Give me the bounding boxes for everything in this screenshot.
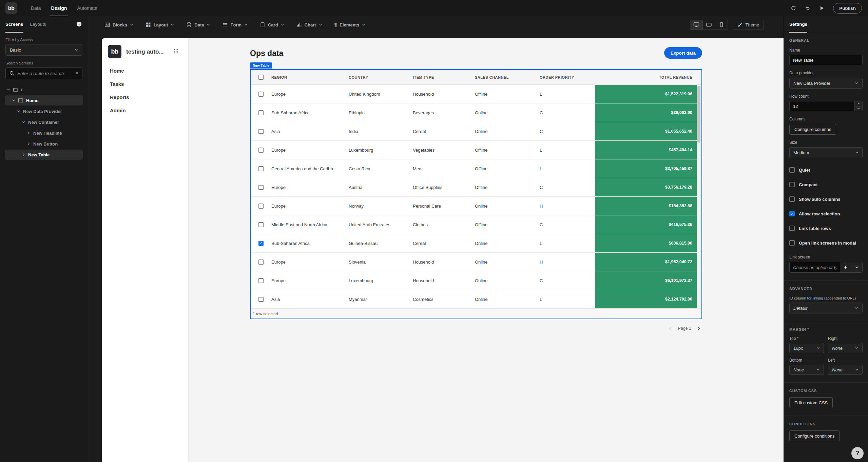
tree-item-new-data-provider[interactable]: New Data Provider <box>5 106 83 116</box>
checkbox-quiet[interactable] <box>789 167 795 173</box>
tree-item-new-container[interactable]: New Container <box>5 117 83 127</box>
row-checkbox[interactable] <box>258 278 264 283</box>
tree-item-root[interactable]: / <box>5 84 83 95</box>
toolbar-menu-card[interactable]: Card <box>260 22 284 27</box>
name-field[interactable] <box>789 55 863 65</box>
help-button[interactable]: ? <box>851 447 864 459</box>
margin-select-top[interactable]: 16px <box>789 343 824 353</box>
row-checkbox[interactable] <box>258 297 264 302</box>
toolbar-menu-form[interactable]: Form <box>222 22 248 27</box>
id-column-select[interactable]: Default <box>789 303 863 313</box>
toolbar-menu-layout[interactable]: Layout <box>146 22 174 27</box>
row-checkbox[interactable] <box>258 204 264 209</box>
app-nav-reports[interactable]: Reports <box>110 94 129 100</box>
screen-search-input[interactable] <box>17 71 73 76</box>
topbar-tab-automate[interactable]: Automate <box>72 0 102 16</box>
device-button-monitor[interactable] <box>690 20 703 30</box>
checkbox-compact[interactable] <box>789 182 795 187</box>
tree-item-new-table[interactable]: New Table <box>5 150 83 160</box>
row-checkbox[interactable] <box>258 259 264 265</box>
device-button-phone[interactable] <box>715 20 728 30</box>
tree-item-home[interactable]: Home <box>5 95 83 105</box>
undo-icon[interactable] <box>805 5 811 11</box>
tree-item-new-headline[interactable]: New Headline <box>5 128 83 138</box>
topbar-tab-data[interactable]: Data <box>26 0 46 16</box>
select-all-checkbox[interactable] <box>258 75 264 80</box>
configure-columns-button[interactable]: Configure columns <box>789 124 836 135</box>
row-count-value[interactable]: 12 <box>790 101 854 111</box>
publish-button[interactable]: Publish <box>833 3 862 14</box>
tab-settings[interactable]: Settings <box>789 16 807 32</box>
app-nav-tasks[interactable]: Tasks <box>110 81 129 87</box>
chevron-right-icon[interactable] <box>27 131 31 135</box>
chevron-down-icon[interactable] <box>12 99 15 102</box>
column-header-item-type[interactable]: ITEM TYPE <box>413 75 475 79</box>
chevron-down-icon[interactable] <box>22 120 25 124</box>
filter-by-access-label: Filter by Access <box>5 38 82 42</box>
setting-row-link-table-rows: Link table rows <box>789 226 863 231</box>
column-header-sales-channel[interactable]: SALES CHANNEL <box>475 75 540 79</box>
previous-page-icon[interactable] <box>668 326 672 330</box>
increment-icon[interactable] <box>855 101 862 106</box>
toolbar-menu-chart[interactable]: Chart <box>296 22 322 27</box>
size-select[interactable]: Medium <box>789 147 863 158</box>
checkbox-allow-row-selection[interactable]: ✓ <box>789 211 795 216</box>
export-data-button[interactable]: Export data <box>664 47 702 59</box>
access-filter-select[interactable]: Basic <box>5 44 82 56</box>
toolbar-menu-elements[interactable]: ¶Elements <box>334 22 366 27</box>
checkbox-show-auto-columns[interactable] <box>789 196 795 202</box>
next-page-icon[interactable] <box>697 326 701 330</box>
chevron-down-icon[interactable] <box>7 88 10 91</box>
data-provider-select[interactable]: New Data Provider <box>789 78 863 89</box>
theme-button[interactable]: Theme <box>733 20 764 30</box>
margin-select-right[interactable]: None <box>828 343 863 353</box>
tree-item-new-button[interactable]: New Button <box>5 139 83 149</box>
chevron-down-icon[interactable] <box>17 110 20 113</box>
chevron-right-icon[interactable] <box>27 142 31 146</box>
row-checkbox[interactable] <box>258 148 264 153</box>
clear-search-icon[interactable]: ✕ <box>75 71 79 76</box>
link-screen-input[interactable] <box>790 262 840 272</box>
column-header-region[interactable]: REGION <box>271 75 349 79</box>
apps-grid-icon[interactable] <box>173 49 179 54</box>
toolbar-menu-blocks[interactable]: Blocks <box>104 22 133 27</box>
column-header-order-priority[interactable]: ORDER PRIORITY <box>540 75 595 79</box>
column-header-total-revenue[interactable]: TOTAL REVENUE <box>595 75 697 79</box>
row-checkbox[interactable] <box>258 92 264 97</box>
decrement-icon[interactable] <box>855 106 862 111</box>
topbar-tab-design[interactable]: Design <box>46 0 72 16</box>
chevron-down-icon <box>281 23 284 26</box>
tab-layouts[interactable]: Layouts <box>30 16 46 32</box>
row-checkbox[interactable] <box>258 166 264 171</box>
sync-icon[interactable] <box>790 5 796 11</box>
row-checkbox[interactable] <box>258 185 264 190</box>
data-table: REGIONCOUNTRYITEM TYPESALES CHANNELORDER… <box>250 69 702 319</box>
row-checkbox[interactable] <box>258 110 264 115</box>
row-checkbox[interactable] <box>258 129 264 134</box>
app-nav-admin[interactable]: Admin <box>110 108 129 114</box>
device-button-tablet[interactable] <box>702 20 715 30</box>
binding-bolt-icon[interactable] <box>840 262 851 272</box>
configure-conditions-button[interactable]: Configure conditions <box>789 430 840 441</box>
row-checkbox[interactable] <box>258 222 264 227</box>
row-checkbox[interactable]: ✓ <box>258 241 264 246</box>
column-header-country[interactable]: COUNTRY <box>349 75 413 79</box>
app-nav-home[interactable]: Home <box>110 68 129 74</box>
table-cell: Europe <box>271 141 349 159</box>
margin-select-left[interactable]: None <box>828 365 863 375</box>
table-cell: Cereal <box>413 122 475 140</box>
toolbar-menu-data[interactable]: Data <box>186 22 210 27</box>
link-screen-dropdown-icon[interactable] <box>851 262 862 272</box>
chevron-right-icon[interactable] <box>22 153 25 156</box>
chevron-down-icon <box>855 346 859 350</box>
margin-select-bottom[interactable]: None <box>789 365 824 375</box>
toolbar-menu-label: Blocks <box>113 22 127 27</box>
edit-custom-css-button[interactable]: Edit custom CSS <box>789 397 833 408</box>
play-icon[interactable] <box>819 5 825 11</box>
table-scrollbar[interactable] <box>697 86 700 143</box>
tab-screens[interactable]: Screens <box>5 16 23 32</box>
add-screen-icon[interactable] <box>76 21 82 27</box>
app-side-nav: bb testing auto... HomeTasksReportsAdmin <box>102 38 189 462</box>
checkbox-link-table-rows[interactable] <box>789 226 795 231</box>
checkbox-open-link-screens-in-modal[interactable] <box>789 240 795 246</box>
